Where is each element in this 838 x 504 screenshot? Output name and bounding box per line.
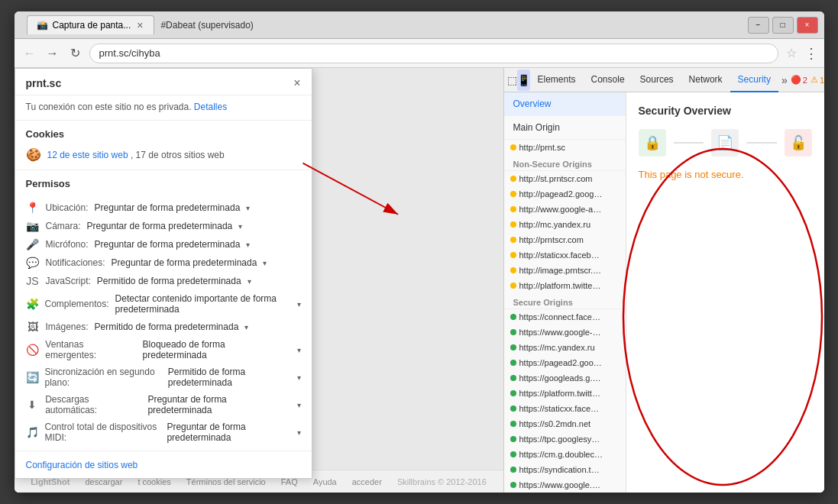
address-input[interactable] (89, 44, 778, 63)
origin-text: https://tpc.googlesyndication (519, 435, 603, 444)
devtools-more-tabs-icon[interactable]: » (778, 74, 791, 86)
secure-origin-item[interactable]: https://syndication.twitter.co (504, 462, 626, 477)
secure-origin-item[interactable]: https://staticxx.facebook.co (504, 401, 626, 416)
menu-icon[interactable]: ⋮ (804, 45, 818, 62)
nonsecure-origin-item[interactable]: http://prntscr.com (504, 232, 626, 247)
permission-value: Preguntar de forma predeterminada (95, 239, 241, 250)
origin-text: https://www.google.com (519, 480, 603, 489)
permission-dropdown-icon[interactable]: ▾ (263, 259, 267, 267)
permission-row: ⬇ Descargas automáticas: Preguntar de fo… (15, 391, 312, 418)
secure-origin-item[interactable]: https://tpc.googlesyndication (504, 431, 626, 447)
security-warning-text: This page is not secure. (639, 169, 812, 180)
permission-dropdown-icon[interactable]: ▾ (246, 204, 250, 212)
permissions-section-title: Permisos (15, 170, 312, 194)
tab-security[interactable]: Security (730, 68, 778, 92)
secure-origin-item[interactable]: https://www.google.com (504, 477, 626, 493)
popup-subtitle-text: Tu conexión con este sitio no es privada… (26, 102, 192, 112)
secure-origin-item[interactable]: https://googleads.g.doublec (504, 370, 626, 386)
origin-text: https://staticxx.facebook.co (519, 404, 603, 413)
sidebar-item-overview[interactable]: Overview (504, 92, 626, 116)
back-button[interactable]: ← (21, 44, 39, 63)
permission-icon: 🚫 (26, 344, 40, 356)
nonsecure-origin-item[interactable]: http://staticxx.facebook.com (504, 247, 626, 263)
secure-origin-item[interactable]: https://pagead2.googlesync (504, 355, 626, 370)
devtools-select-icon[interactable]: ⬚ (507, 69, 517, 91)
permission-dropdown-icon[interactable]: ▾ (297, 346, 301, 354)
permission-icon: 🔄 (26, 371, 39, 383)
permission-dropdown-icon[interactable]: ▾ (297, 401, 301, 409)
origin-dot-yellow (510, 144, 516, 150)
window-controls: − □ × (748, 17, 818, 34)
supervised-label: #Dabeat (supervisado) (160, 20, 253, 31)
secure-origin-item[interactable]: https://cm.g.doubleclick.net (504, 447, 626, 462)
permission-value: Preguntar de forma predeterminada (112, 257, 257, 268)
permissions-section: 📍 Ubicación: Preguntar de forma predeter… (15, 194, 312, 451)
nonsecure-origin-item[interactable]: http://pagead2.googlesyndi (504, 186, 626, 202)
error-count: 2 (803, 76, 807, 85)
title-bar: 📸 Captura de panta... × #Dabeat (supervi… (15, 11, 824, 39)
warning-count-badge: ⚠ 1 (810, 75, 824, 85)
tab-console[interactable]: Console (584, 68, 633, 92)
sidebar-origin-prntsc[interactable]: http://prnt.sc (504, 140, 626, 155)
footer-link-5[interactable]: Ayuda (313, 477, 337, 486)
cookies-link[interactable]: 12 de este sitio web (47, 150, 128, 160)
nonsecure-origin-item[interactable]: http://platform.twitter.com (504, 278, 626, 293)
permission-icon: 📷 (26, 220, 40, 232)
origin-text: https://cm.g.doubleclick.net (519, 450, 603, 459)
maximize-button[interactable]: □ (772, 17, 794, 34)
devtools-body: Overview Main Origin http://prnt.sc Non-… (504, 92, 824, 493)
secure-origin-item[interactable]: https://s0.2mdn.net (504, 416, 626, 431)
bookmark-icon[interactable]: ☆ (786, 46, 797, 60)
permission-icon: 🎵 (26, 426, 39, 438)
secure-origin-item[interactable]: https://mc.yandex.ru (504, 340, 626, 355)
tab-network[interactable]: Network (681, 68, 730, 92)
cookies-row: 🍪 12 de este sitio web , 17 de otros sit… (15, 144, 312, 170)
error-count-badge: 🔴 2 (791, 75, 807, 85)
permission-dropdown-icon[interactable]: ▾ (297, 428, 301, 437)
site-settings-link[interactable]: Configuración de sitios web (26, 460, 138, 470)
permission-label: Ventanas emergentes: (45, 339, 136, 360)
browser-tab[interactable]: 📸 Captura de panta... × (27, 15, 155, 34)
secure-origin-item[interactable]: https://platform.twitter.com (504, 386, 626, 401)
nonsecure-origin-item[interactable]: http://st.prntscr.com (504, 171, 626, 186)
secure-origin-item[interactable]: https://www.google-analytic (504, 325, 626, 340)
main-content: prnt.sc × Tu conexión con este sitio no … (15, 68, 824, 493)
nonsecure-origin-item[interactable]: http://www.google-analytics (504, 202, 626, 217)
secure-origin-item[interactable]: https://connect.facebook.ne (504, 309, 626, 325)
sidebar-item-main-origin[interactable]: Main Origin (504, 116, 626, 140)
minimize-button[interactable]: − (748, 17, 769, 34)
permission-dropdown-icon[interactable]: ▾ (248, 277, 251, 286)
tab-sources[interactable]: Sources (633, 68, 681, 92)
permission-label: Control total de dispositivos MIDI: (45, 422, 161, 443)
permission-icon: JS (26, 275, 40, 287)
security-overview-title: Security Overview (639, 105, 812, 117)
nonsecure-origins-list: http://st.prntscr.com http://pagead2.goo… (504, 171, 626, 293)
tab-close-icon[interactable]: × (135, 19, 144, 31)
details-link[interactable]: Detalles (194, 102, 227, 112)
popup-close-icon[interactable]: × (293, 76, 300, 90)
permission-dropdown-icon[interactable]: ▾ (238, 222, 242, 231)
cookies-text: 12 de este sitio web , 17 de otros sitio… (47, 150, 225, 160)
devtools-device-icon[interactable]: 📱 (517, 69, 530, 91)
tab-elements[interactable]: Elements (530, 68, 584, 92)
permission-dropdown-icon[interactable]: ▾ (244, 323, 248, 331)
origin-dot-green (510, 451, 516, 457)
page-icon: 📄 (711, 129, 739, 157)
origin-text: http://mc.yandex.ru (519, 220, 591, 229)
nonsecure-origin-item[interactable]: http://mc.yandex.ru (504, 217, 626, 232)
window-close-button[interactable]: × (797, 17, 818, 34)
permission-dropdown-icon[interactable]: ▾ (246, 241, 250, 249)
lock-icon: 🔒 (639, 129, 666, 157)
origin-text: http://www.google-analytics (519, 205, 603, 214)
devtools-toolbar: ⬚ 📱 Elements Console Sources Network Sec… (504, 68, 824, 92)
origin-text: https://www.google-analytic (519, 328, 603, 337)
permission-value: Preguntar de forma predeterminada (87, 221, 233, 231)
origin-dot-yellow (510, 221, 516, 228)
permission-label: Sincronización en segundo plano: (45, 367, 162, 388)
permission-dropdown-icon[interactable]: ▾ (297, 373, 301, 382)
footer-link-6[interactable]: acceder (352, 477, 382, 486)
reload-button[interactable]: ↻ (66, 44, 85, 63)
permission-dropdown-icon[interactable]: ▾ (297, 300, 301, 309)
forward-button[interactable]: → (44, 44, 62, 63)
nonsecure-origin-item[interactable]: http://image.prntscr.com (504, 263, 626, 278)
